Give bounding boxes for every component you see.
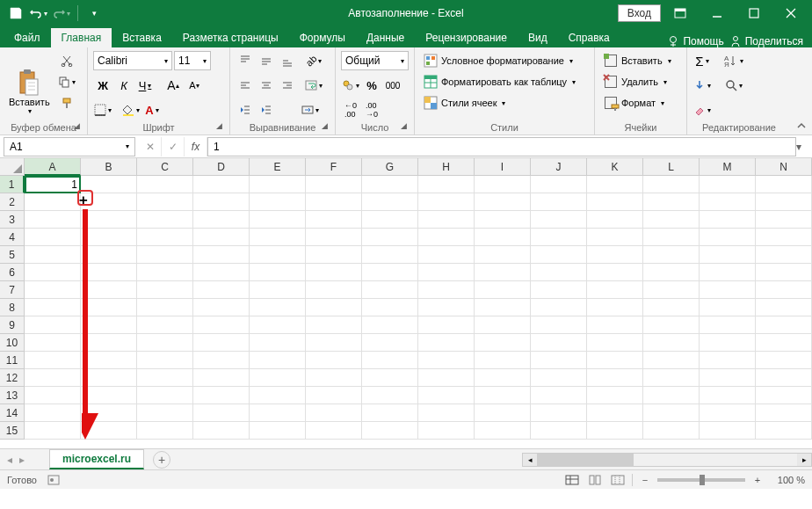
zoom-level[interactable]: 100 % <box>770 475 805 485</box>
cell[interactable] <box>81 176 137 193</box>
enter-formula-button[interactable]: ✓ <box>162 137 185 156</box>
clear-button[interactable]: ▾ <box>692 100 712 120</box>
cell[interactable] <box>25 387 81 404</box>
comma-button[interactable]: 000 <box>383 76 402 95</box>
cell[interactable] <box>531 264 587 281</box>
column-header[interactable]: M <box>700 158 756 176</box>
column-header[interactable]: D <box>193 158 250 176</box>
column-header[interactable]: J <box>531 158 587 176</box>
cell[interactable] <box>25 334 81 352</box>
cell[interactable] <box>587 404 643 422</box>
cell[interactable] <box>362 229 418 246</box>
column-header[interactable]: L <box>643 158 700 176</box>
cell[interactable] <box>643 176 700 193</box>
cell[interactable] <box>137 176 193 193</box>
cell[interactable] <box>475 264 531 281</box>
cell[interactable] <box>193 229 250 246</box>
cell[interactable] <box>25 211 81 229</box>
cell[interactable] <box>756 352 812 369</box>
cell[interactable] <box>193 264 250 281</box>
cell[interactable] <box>362 176 418 193</box>
cell[interactable] <box>306 352 362 369</box>
cell[interactable] <box>531 246 587 264</box>
underline-button[interactable]: Ч▾ <box>135 76 155 95</box>
cell[interactable] <box>362 352 418 369</box>
cell[interactable] <box>137 211 193 229</box>
cell[interactable] <box>475 211 531 229</box>
cell[interactable] <box>25 264 81 281</box>
cell[interactable] <box>531 211 587 229</box>
cancel-formula-button[interactable]: ✕ <box>139 137 162 156</box>
tab-help[interactable]: Справка <box>558 28 620 47</box>
cell[interactable] <box>250 264 306 281</box>
scroll-right-button[interactable]: ▸ <box>797 454 811 466</box>
cell[interactable] <box>193 246 250 264</box>
orientation-button[interactable]: ab▾ <box>304 51 323 70</box>
cell[interactable] <box>700 352 756 369</box>
cell[interactable] <box>306 299 362 316</box>
cell[interactable] <box>250 281 306 299</box>
cell[interactable] <box>137 316 193 334</box>
cell[interactable] <box>475 299 531 316</box>
share-button[interactable]: Поделиться <box>729 35 803 47</box>
cell[interactable] <box>193 422 250 440</box>
row-header[interactable]: 14 <box>0 404 25 422</box>
paste-button[interactable]: Вставить ▾ <box>5 51 54 133</box>
font-name-selector[interactable]: Calibri▾ <box>93 51 172 70</box>
cell[interactable] <box>306 316 362 334</box>
insert-function-button[interactable]: fx <box>185 137 207 156</box>
cell[interactable] <box>587 211 643 229</box>
row-header[interactable]: 15 <box>0 422 25 440</box>
cell[interactable] <box>643 264 700 281</box>
shrink-font-button[interactable]: A▾ <box>185 76 204 95</box>
cell[interactable] <box>587 246 643 264</box>
close-button[interactable] <box>773 1 808 25</box>
cell[interactable] <box>756 176 812 193</box>
cell[interactable] <box>643 316 700 334</box>
cell[interactable] <box>531 369 587 387</box>
cell[interactable] <box>700 316 756 334</box>
increase-indent-button[interactable] <box>257 100 276 120</box>
font-color-button[interactable]: A▾ <box>142 100 162 120</box>
cell[interactable] <box>475 352 531 369</box>
cell[interactable] <box>756 369 812 387</box>
cell[interactable] <box>193 299 250 316</box>
cell[interactable] <box>81 316 137 334</box>
cell[interactable] <box>475 387 531 404</box>
sheet-nav-next[interactable]: ▸ <box>19 454 25 466</box>
cell[interactable] <box>250 246 306 264</box>
column-header[interactable]: A <box>25 158 81 176</box>
delete-cells-button[interactable]: Удалить▾ <box>600 72 681 91</box>
cell[interactable] <box>756 264 812 281</box>
format-as-table-button[interactable]: Форматировать как таблицу▾ <box>420 72 589 91</box>
cell[interactable] <box>475 229 531 246</box>
format-painter-button[interactable] <box>57 93 76 113</box>
cell[interactable] <box>531 229 587 246</box>
merge-button[interactable]: ▾ <box>301 100 320 120</box>
cell[interactable] <box>137 193 193 211</box>
percent-button[interactable]: % <box>362 76 381 95</box>
copy-button[interactable]: ▾ <box>57 72 76 91</box>
cell[interactable] <box>531 176 587 193</box>
cell[interactable] <box>700 334 756 352</box>
zoom-slider[interactable] <box>657 478 745 482</box>
column-header[interactable]: E <box>250 158 306 176</box>
tab-data[interactable]: Данные <box>356 28 415 47</box>
cell[interactable] <box>418 387 475 404</box>
login-button[interactable]: Вход <box>618 4 661 22</box>
cell[interactable] <box>475 246 531 264</box>
tab-review[interactable]: Рецензирование <box>415 28 518 47</box>
cell[interactable] <box>250 176 306 193</box>
cell[interactable] <box>193 369 250 387</box>
cell[interactable] <box>700 281 756 299</box>
cell[interactable] <box>643 229 700 246</box>
cell[interactable] <box>418 229 475 246</box>
cell[interactable] <box>81 369 137 387</box>
spreadsheet-grid[interactable]: ABCDEFGHIJKLMN 123456789101112131415 1 + <box>0 158 812 448</box>
cell[interactable] <box>193 352 250 369</box>
cell[interactable] <box>700 246 756 264</box>
cell[interactable] <box>193 211 250 229</box>
cell[interactable] <box>25 316 81 334</box>
tab-file[interactable]: Файл <box>4 28 51 47</box>
cell[interactable] <box>306 387 362 404</box>
